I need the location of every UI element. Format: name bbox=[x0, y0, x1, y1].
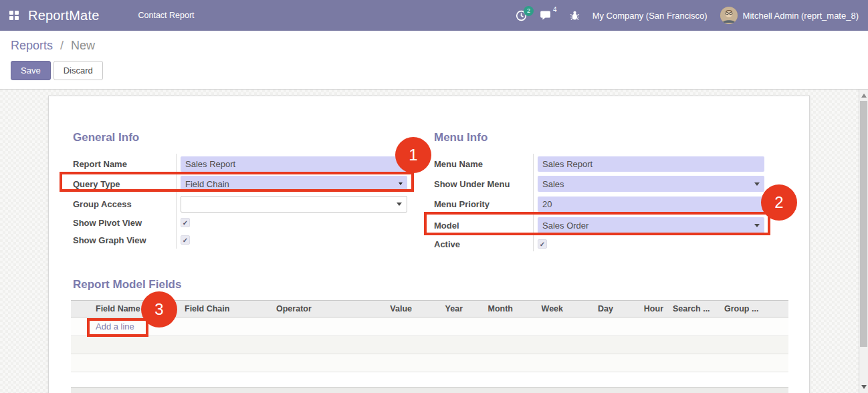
query-type-label: Query Type bbox=[73, 179, 176, 189]
add-line-row: Add a line bbox=[71, 317, 788, 336]
navbar: ReportMate Contact Report 2 4 My Company… bbox=[0, 0, 868, 31]
save-button[interactable]: Save bbox=[11, 61, 51, 80]
scrollbar-up-icon[interactable] bbox=[861, 94, 867, 98]
add-a-line-link[interactable]: Add a line bbox=[96, 321, 134, 332]
grid-square bbox=[9, 16, 13, 20]
company-switcher[interactable]: My Company (San Francisco) bbox=[592, 11, 708, 21]
query-type-row: Query Type Field Chain bbox=[73, 174, 407, 194]
show-pivot-row: Show Pivot View ✓ bbox=[73, 214, 407, 231]
navbar-right: 2 4 My Company (San Francisco) bbox=[516, 7, 859, 24]
scrollbar-down-icon[interactable] bbox=[861, 385, 867, 389]
report-name-row: Report Name bbox=[73, 154, 407, 174]
chevron-down-icon bbox=[754, 182, 760, 186]
model-row: Model Sales Order bbox=[434, 214, 764, 237]
active-label: Active bbox=[434, 239, 533, 249]
breadcrumb-current: New bbox=[71, 39, 95, 52]
form-sheet: General Info Report Name Query Type Fiel… bbox=[48, 96, 810, 393]
chat-bubble-icon bbox=[540, 10, 552, 21]
breadcrumb-separator: / bbox=[56, 39, 68, 52]
report-name-label: Report Name bbox=[73, 159, 176, 169]
menu-info-title: Menu Info bbox=[434, 131, 764, 144]
show-under-menu-select[interactable]: Sales bbox=[538, 176, 764, 192]
empty-table-row bbox=[71, 336, 788, 354]
apps-grid-icon[interactable] bbox=[9, 11, 19, 20]
button-row: Save Discard bbox=[11, 61, 857, 80]
model-select[interactable]: Sales Order bbox=[538, 217, 764, 233]
col-group[interactable]: Group ... bbox=[720, 304, 763, 313]
col-year[interactable]: Year bbox=[417, 304, 467, 313]
col-day[interactable]: Day bbox=[568, 304, 618, 313]
show-under-menu-row: Show Under Menu Sales bbox=[434, 174, 764, 194]
menu-name-label: Menu Name bbox=[434, 159, 533, 169]
breadcrumb: Reports / New bbox=[11, 39, 857, 53]
active-checkbox[interactable]: ✓ bbox=[538, 239, 547, 249]
activities-button[interactable]: 2 bbox=[516, 10, 527, 21]
group-access-row: Group Access bbox=[73, 194, 407, 214]
show-graph-checkbox[interactable]: ✓ bbox=[181, 235, 190, 245]
show-pivot-label: Show Pivot View bbox=[73, 218, 176, 228]
col-operator[interactable]: Operator bbox=[272, 304, 365, 313]
chevron-down-icon bbox=[399, 182, 403, 185]
col-month[interactable]: Month bbox=[467, 304, 518, 313]
user-name: Mitchell Admin (reprt_mate_8) bbox=[743, 11, 859, 21]
scrollbar[interactable] bbox=[859, 90, 868, 393]
chevron-down-icon bbox=[754, 224, 760, 227]
active-row: Active ✓ bbox=[434, 237, 764, 251]
group-access-select[interactable] bbox=[181, 196, 407, 213]
control-panel: Reports / New Save Discard bbox=[0, 31, 868, 90]
model-label: Model bbox=[434, 221, 533, 231]
show-under-menu-label: Show Under Menu bbox=[434, 179, 533, 189]
content-area: General Info Report Name Query Type Fiel… bbox=[0, 90, 859, 393]
menu-priority-label: Menu Priority bbox=[434, 199, 533, 209]
discard-button[interactable]: Discard bbox=[53, 61, 103, 80]
chevron-down-icon bbox=[397, 203, 402, 206]
menu-info-group: Menu Info Menu Name Show Under Menu Sale… bbox=[434, 131, 764, 251]
next-section-strip bbox=[71, 387, 788, 393]
query-type-select[interactable]: Field Chain bbox=[181, 176, 407, 192]
activity-count-badge: 2 bbox=[524, 6, 534, 16]
grid-square bbox=[9, 11, 13, 15]
grid-square bbox=[15, 16, 19, 20]
col-field-name[interactable]: Field Name bbox=[91, 304, 180, 313]
col-field-chain[interactable]: Field Chain bbox=[180, 304, 272, 313]
model-value: Sales Order bbox=[542, 221, 588, 231]
message-count: 4 bbox=[553, 6, 557, 13]
report-name-input[interactable] bbox=[181, 156, 407, 172]
fields-table: Field Name Field Chain Operator Value Ye… bbox=[71, 300, 788, 372]
query-type-value: Field Chain bbox=[185, 179, 229, 189]
col-search[interactable]: Search ... bbox=[668, 304, 720, 313]
fields-table-header: Field Name Field Chain Operator Value Ye… bbox=[71, 300, 788, 317]
grid-square bbox=[15, 11, 19, 15]
bug-icon bbox=[570, 10, 580, 21]
col-hour[interactable]: Hour bbox=[618, 304, 668, 313]
messages-button[interactable]: 4 bbox=[540, 10, 557, 21]
menu-priority-row: Menu Priority bbox=[434, 194, 764, 214]
menu-name-input[interactable] bbox=[538, 156, 764, 172]
app-brand: ReportMate bbox=[28, 8, 100, 23]
show-graph-label: Show Graph View bbox=[73, 235, 176, 245]
col-value[interactable]: Value bbox=[365, 304, 417, 313]
general-info-group: General Info Report Name Query Type Fiel… bbox=[73, 131, 407, 251]
empty-table-row bbox=[71, 354, 788, 372]
menu-priority-input[interactable] bbox=[538, 196, 764, 212]
avatar bbox=[720, 7, 738, 24]
show-under-menu-value: Sales bbox=[542, 179, 564, 189]
group-access-label: Group Access bbox=[73, 199, 176, 209]
menu-name-row: Menu Name bbox=[434, 154, 764, 174]
form-columns: General Info Report Name Query Type Fiel… bbox=[73, 131, 785, 251]
report-model-fields-title: Report Model Fields bbox=[73, 278, 785, 291]
nav-menu-contact-report[interactable]: Contact Report bbox=[138, 11, 195, 20]
show-graph-row: Show Graph View ✓ bbox=[73, 231, 407, 249]
col-week[interactable]: Week bbox=[518, 304, 568, 313]
debug-button[interactable] bbox=[570, 10, 580, 21]
user-menu[interactable]: Mitchell Admin (reprt_mate_8) bbox=[720, 7, 859, 24]
show-pivot-checkbox[interactable]: ✓ bbox=[181, 218, 190, 227]
general-info-title: General Info bbox=[73, 131, 407, 144]
breadcrumb-reports-link[interactable]: Reports bbox=[11, 39, 53, 52]
scrollbar-thumb[interactable] bbox=[860, 101, 867, 347]
